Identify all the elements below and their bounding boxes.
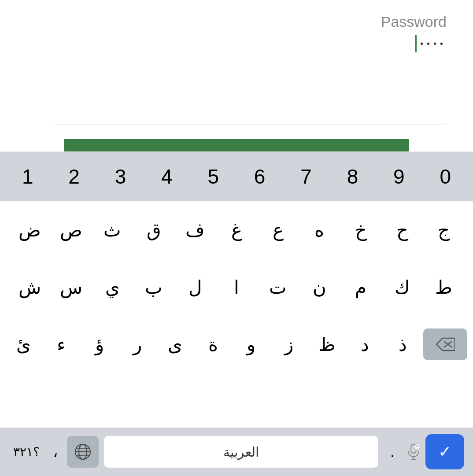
key-alef[interactable]: ا — [219, 267, 254, 307]
delete-key[interactable] — [423, 328, 467, 360]
period-key[interactable]: . — [384, 438, 401, 465]
letter-row-3: ذ د ظ ز و ة ى ر ؤ ء ئ — [0, 316, 473, 373]
key-theh[interactable]: ث — [95, 210, 130, 250]
password-area: Password •••• — [0, 0, 473, 152]
check-icon: ✓ — [438, 443, 451, 461]
comma-key[interactable]: ، — [44, 438, 67, 465]
key-teh-marbuta[interactable]: ة — [196, 325, 231, 364]
key-teh[interactable]: ت — [260, 267, 296, 307]
key-zain[interactable]: ز — [271, 325, 307, 364]
key-kaf[interactable]: ك — [384, 267, 420, 307]
svg-text:°: ° — [416, 445, 418, 450]
letter-row-1: ج ح خ ه ع غ ف ق ث ص ض — [0, 201, 473, 258]
key-ghain[interactable]: غ — [219, 210, 254, 250]
key-sheen[interactable]: ش — [12, 267, 47, 307]
key-9[interactable]: 9 — [378, 161, 420, 192]
number-row: 1 2 3 4 5 6 7 8 9 0 — [0, 152, 473, 201]
key-sad[interactable]: ص — [53, 210, 89, 250]
key-beh[interactable]: ب — [136, 267, 171, 307]
key-2[interactable]: 2 — [53, 161, 95, 192]
key-3[interactable]: 3 — [100, 161, 141, 192]
globe-icon — [74, 443, 92, 461]
key-dad[interactable]: ض — [12, 210, 47, 250]
key-tah[interactable]: ط — [426, 267, 461, 307]
key-lam[interactable]: ل — [177, 267, 213, 307]
key-0[interactable]: 0 — [425, 161, 466, 192]
key-ain[interactable]: ع — [260, 210, 296, 250]
letters-area: ج ح خ ه ع غ ف ق ث ص ض ط ك م ن ت ا ل ب ي … — [0, 201, 473, 428]
key-meem[interactable]: م — [343, 267, 378, 307]
key-heh[interactable]: ه — [302, 210, 337, 250]
bottom-row: ؟۳۲۱ ، العربية . ° — [0, 428, 473, 476]
key-zah[interactable]: ظ — [309, 325, 344, 364]
green-bar[interactable] — [64, 139, 409, 151]
globe-key[interactable] — [67, 436, 99, 468]
key-4[interactable]: 4 — [146, 161, 188, 192]
password-dots: •••• — [420, 39, 447, 49]
key-thal[interactable]: ذ — [385, 325, 421, 364]
key-khah[interactable]: خ — [343, 210, 378, 250]
key-8[interactable]: 8 — [332, 161, 373, 192]
key-1[interactable]: 1 — [7, 161, 48, 192]
key-waw[interactable]: و — [233, 325, 269, 364]
key-qaf[interactable]: ق — [136, 210, 171, 250]
key-hamza[interactable]: ء — [44, 325, 79, 364]
key-yeh-hamza[interactable]: ئ — [6, 325, 41, 364]
keyboard: 1 2 3 4 5 6 7 8 9 0 ج ح خ ه ع غ ف ق ث ص … — [0, 152, 473, 476]
key-6[interactable]: 6 — [239, 161, 281, 192]
numbers-key[interactable]: ؟۳۲۱ — [9, 440, 44, 464]
key-noon[interactable]: ن — [302, 267, 337, 307]
key-feh[interactable]: ف — [177, 210, 213, 250]
key-hah[interactable]: ح — [384, 210, 420, 250]
letter-row-2: ط ك م ن ت ا ل ب ي س ش — [0, 258, 473, 316]
space-key[interactable]: العربية — [104, 436, 378, 468]
key-dal[interactable]: د — [347, 325, 383, 364]
password-underline — [53, 125, 447, 125]
microphone-area: ° — [401, 440, 425, 464]
password-label: Password — [381, 13, 447, 30]
key-yeh[interactable]: ي — [95, 267, 130, 307]
cursor — [415, 35, 417, 52]
password-value: •••• — [415, 35, 447, 52]
confirm-key[interactable]: ✓ — [425, 434, 464, 469]
key-alef-maqsura[interactable]: ى — [158, 325, 193, 364]
key-5[interactable]: 5 — [192, 161, 234, 192]
key-waw-hamza[interactable]: ؤ — [82, 325, 117, 364]
key-seen[interactable]: س — [53, 267, 89, 307]
microphone-icon: ° — [406, 443, 421, 460]
key-reh[interactable]: ر — [120, 325, 155, 364]
key-7[interactable]: 7 — [285, 161, 327, 192]
key-jeem[interactable]: ج — [426, 210, 461, 250]
backspace-icon — [436, 337, 455, 351]
